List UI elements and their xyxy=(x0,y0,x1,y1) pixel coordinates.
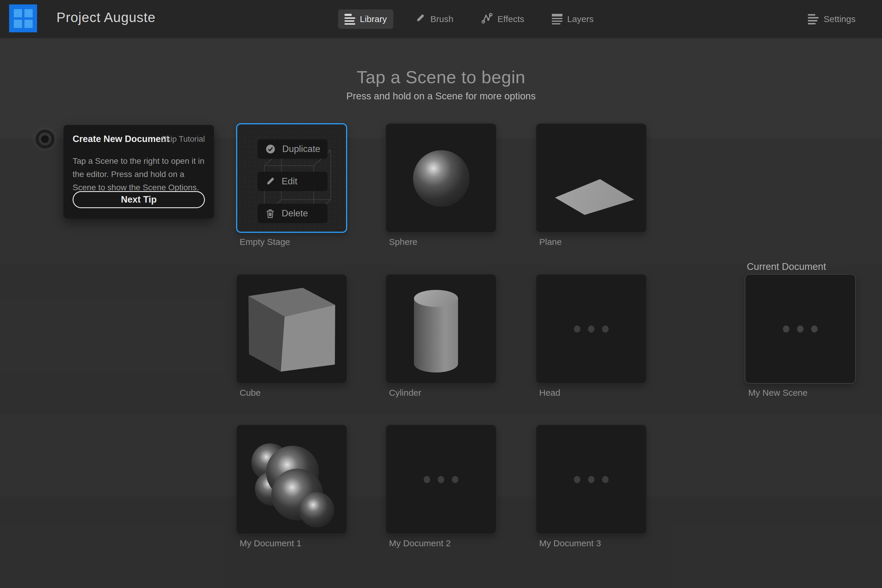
scene-tile-my-new-scene[interactable] xyxy=(745,274,856,384)
tab-brush[interactable]: Brush xyxy=(408,9,460,29)
current-document-section-label: Current Document xyxy=(747,261,826,272)
context-menu-duplicate-label: Duplicate xyxy=(282,144,320,154)
context-menu-duplicate[interactable]: Duplicate xyxy=(258,140,327,159)
scene-label: Cube xyxy=(240,388,261,398)
tutorial-body-text: Tap a Scene to the right to open it in t… xyxy=(73,154,206,194)
scene-label: Sphere xyxy=(389,237,417,247)
tab-effects[interactable]: Effects xyxy=(474,9,531,29)
scene-label: My Document 2 xyxy=(389,538,451,548)
settings-label: Settings xyxy=(824,14,855,24)
layers-icon xyxy=(552,14,562,24)
tab-library[interactable]: Library xyxy=(338,9,393,29)
trash-icon xyxy=(265,208,276,219)
context-menu-edit[interactable]: Edit xyxy=(258,172,327,191)
scene-label: My Document 1 xyxy=(240,538,302,548)
tab-library-label: Library xyxy=(360,14,387,24)
page-subtitle: Press and hold on a Scene for more optio… xyxy=(0,90,882,102)
scene-label: Cylinder xyxy=(389,388,421,398)
settings-menu-icon xyxy=(808,14,819,24)
loading-dots-icon xyxy=(386,425,496,534)
scene-tile-my-document-1[interactable] xyxy=(236,424,347,534)
main-nav: Library Brush Effects Layers xyxy=(338,9,600,29)
check-circle-icon xyxy=(265,143,276,155)
app-title: Project Auguste xyxy=(57,9,156,25)
scene-tile-my-document-3[interactable] xyxy=(536,424,647,534)
scene-label: My New Scene xyxy=(748,388,808,398)
loading-dots-icon xyxy=(536,425,646,534)
pencil-icon xyxy=(265,176,276,187)
scene-tile-plane[interactable] xyxy=(536,123,647,233)
loading-dots-icon xyxy=(745,274,855,383)
plane-thumbnail xyxy=(536,124,646,232)
page-title: Tap a Scene to begin xyxy=(0,67,882,87)
tab-layers[interactable]: Layers xyxy=(545,9,600,29)
scene-tile-cube[interactable] xyxy=(236,274,347,384)
app-window: Project Auguste Library Brush Effects xyxy=(0,0,882,588)
context-menu-edit-label: Edit xyxy=(282,176,297,187)
context-menu-delete[interactable]: Delete xyxy=(258,204,327,223)
scene-tile-my-document-2[interactable] xyxy=(386,424,496,534)
scene-tile-sphere[interactable] xyxy=(386,123,496,233)
sphere-thumbnail xyxy=(413,150,470,207)
skip-tutorial-link[interactable]: Skip Tutorial xyxy=(161,135,205,144)
settings-button[interactable]: Settings xyxy=(808,9,855,29)
scene-tile-cylinder[interactable] xyxy=(386,274,496,384)
curve-nodes-icon xyxy=(481,12,493,26)
tutorial-popup: Create New Document Skip Tutorial Tap a … xyxy=(63,125,214,219)
scene-label: My Document 3 xyxy=(539,538,601,548)
cylinder-top xyxy=(414,290,458,307)
app-logo-icon xyxy=(9,4,37,32)
pencil-icon xyxy=(414,13,426,26)
scene-label: Plane xyxy=(539,237,562,247)
header-bar: Project Auguste Library Brush Effects xyxy=(0,0,882,38)
cylinder-thumbnail xyxy=(414,298,458,372)
tutorial-title: Create New Document xyxy=(73,134,170,144)
tutorial-step-indicator-icon xyxy=(36,130,54,148)
tab-effects-label: Effects xyxy=(498,14,524,24)
tab-layers-label: Layers xyxy=(567,14,594,24)
scene-tile-head[interactable] xyxy=(536,274,647,384)
cube-thumbnail xyxy=(237,274,347,384)
scene-label: Empty Stage xyxy=(240,237,290,247)
next-tip-button[interactable]: Next Tip xyxy=(73,191,205,208)
tab-brush-label: Brush xyxy=(430,14,453,24)
list-icon xyxy=(345,14,355,25)
scene-label: Head xyxy=(539,388,560,398)
loading-dots-icon xyxy=(536,274,646,383)
scene-tile-empty-stage[interactable]: Duplicate Edit Delete xyxy=(236,123,347,233)
context-menu-delete-label: Delete xyxy=(282,208,308,219)
